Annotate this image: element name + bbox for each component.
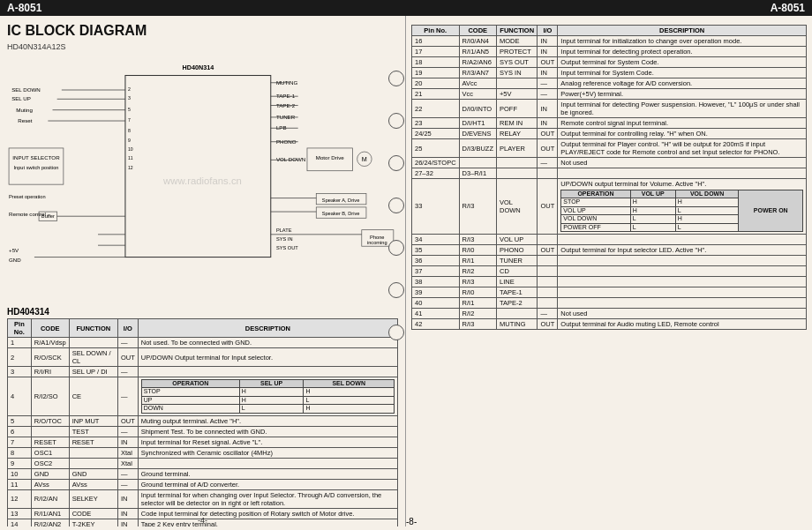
subtitle: HD40N314A12S [7, 42, 398, 51]
svg-text:SYS OUT: SYS OUT [276, 245, 298, 250]
top-bar: A-8051 A-8051 [0, 0, 812, 16]
left-table-model: HD404314 [7, 307, 398, 317]
table-row: 21 Vcc +5V — Power(+5V) terminal. [412, 89, 807, 100]
svg-text:MUTING: MUTING [276, 79, 298, 86]
col-code: CODE [31, 319, 69, 338]
svg-text:8: 8 [128, 128, 131, 133]
table-row: 7 RESET RESET IN Input terminal for Rese… [8, 437, 398, 447]
svg-text:www.radiofans.cn: www.radiofans.cn [162, 175, 242, 186]
r-col-function: FUNCTION [496, 26, 538, 36]
svg-text:SEL DOWN: SEL DOWN [11, 86, 41, 93]
table-row: 2 R/O/SCK SEL DOWN / CL OUT UP/DOWN Outp… [8, 348, 398, 367]
svg-text:TAPE-2: TAPE-2 [276, 102, 296, 108]
table-row: 12 R/I2/AN SELKEY IN Input terminal for … [8, 489, 398, 508]
table-row: 41 R/I2 — Not used [412, 308, 807, 318]
svg-text:Motor Drive: Motor Drive [316, 154, 344, 160]
table-row: 39 R/I0 TAPE-1 [412, 287, 807, 297]
svg-text:SYS IN: SYS IN [276, 236, 293, 242]
col-desc: DESCRIPTION [138, 319, 397, 338]
table-row: 11 AVss AVss — Ground terminal of A/D co… [8, 479, 398, 489]
r-col-desc: DESCRIPTION [558, 26, 807, 36]
svg-text:VOL DOWN: VOL DOWN [276, 156, 305, 162]
left-table: Pin No. CODE FUNCTION I/O DESCRIPTION 1 … [7, 318, 398, 526]
table-row: 25 D/I3/BUZZ PLAYER OUT Output terminal … [412, 139, 807, 158]
table-row: 16 R/I0/AN4 MODE IN Input terminal for i… [412, 36, 807, 47]
table-row: 5 R/O/TOC INP MUT OUT Muting output term… [8, 415, 398, 426]
svg-text:PHONO: PHONO [276, 138, 297, 145]
table-row: 20 AVcc — Analog reference voltage for A… [412, 78, 807, 89]
svg-text:10: 10 [128, 146, 133, 152]
svg-text:Reset: Reset [18, 117, 32, 123]
table-row: 1 R/A1/Vdsp — Not used. To be connected … [8, 338, 398, 348]
col-pin: Pin No. [8, 319, 32, 338]
center-connectors [388, 71, 404, 340]
table-row: 42 R/I3 MUTING OUT Output terminal for A… [412, 318, 807, 329]
svg-text:Speaker B, Drive: Speaker B, Drive [322, 211, 360, 216]
table-row: 36 R/I1 TUNER [412, 255, 807, 265]
svg-text:Input switch position: Input switch position [13, 165, 58, 170]
svg-text:Buffer: Buffer [41, 213, 55, 219]
table-row: 35 R/I0 PHONO OUT Output terminal for In… [412, 244, 807, 255]
left-table-section: HD404314 Pin No. CODE FUNCTION I/O DESCR… [7, 307, 398, 526]
table-row: 33 R/I3 VOL DOWN OUT UP/DOWN output term… [412, 179, 807, 235]
table-row: 4 R/I2/SO CE — OPERATIONSEL UPSEL DOWN S… [8, 377, 398, 416]
svg-text:M: M [362, 155, 367, 163]
connector-4 [388, 198, 404, 213]
svg-text:Preset operation: Preset operation [9, 194, 46, 199]
table-row: 38 R/I3 LINE [412, 276, 807, 287]
table-row: 9 OSC2 Xtal [8, 458, 398, 468]
table-row: 3 R/I/RI SEL UP / DI — [8, 367, 398, 377]
main-content: IC BLOCK DIAGRAM HD40N314A12S www.radiof… [0, 16, 812, 526]
svg-text:2: 2 [128, 86, 131, 92]
connector-5 [388, 240, 404, 256]
right-page-number: -8- [406, 517, 417, 526]
r-col-pin: Pin No. [412, 26, 460, 36]
r-col-io: I/O [538, 26, 558, 36]
table-row: 22 D/I0/INTO POFF IN Input terminal for … [412, 100, 807, 118]
table-row: 19 R/I3/AN7 SYS IN IN Input terminal for… [412, 68, 807, 78]
svg-text:9: 9 [128, 138, 131, 143]
table-row: 26/24/STOPC — Not used [412, 158, 807, 168]
connector-6 [388, 282, 404, 298]
table-row: 8 OSC1 Xtal Synchronized with Ceramic os… [8, 447, 398, 458]
svg-text:5: 5 [128, 107, 131, 112]
table-row: 40 R/I1 TAPE-2 [412, 297, 807, 308]
connector-1 [388, 71, 404, 86]
vol-inner-table: OPERATIONVOL UPVOL DOWNPOWER ON STOPHH V… [560, 190, 803, 232]
svg-text:11: 11 [128, 155, 133, 160]
svg-text:PLATE: PLATE [276, 228, 292, 233]
col-io: I/O [117, 319, 138, 338]
svg-text:TUNER: TUNER [276, 114, 296, 120]
table-row: 24/25 D/EVENS RELAY OUT Output terminal … [412, 129, 807, 139]
table-row: 10 GND GND — Ground terminal. [8, 468, 398, 479]
sel-inner-table: OPERATIONSEL UPSEL DOWN STOPHH UPHL DOWN… [141, 379, 395, 414]
connector-3 [388, 155, 404, 171]
connector-7 [388, 325, 404, 340]
diagram-area: www.radiofans.cn HD40N314 SEL DOWN SEL U… [7, 56, 398, 303]
svg-text:INPUT SELECTOR: INPUT SELECTOR [12, 154, 60, 160]
top-bar-left: A-8051 [7, 2, 41, 14]
connector-2 [388, 113, 404, 129]
svg-text:HD40N314: HD40N314 [183, 63, 214, 71]
table-row: 23 D/I/HT1 REM IN IN Remote control sign… [412, 118, 807, 129]
table-row: 17 R/I1/AN5 PROTECT IN Input terminal fo… [412, 47, 807, 57]
table-row: 34 R/I3 VOL UP [412, 234, 807, 244]
right-table: Pin No. CODE FUNCTION I/O DESCRIPTION 16… [411, 25, 807, 330]
svg-text:LPB: LPB [276, 124, 287, 131]
r-col-code: CODE [459, 26, 496, 36]
table-row: 18 R/A2/AN6 SYS OUT OUT Output terminal … [412, 57, 807, 68]
svg-text:TAPE-1: TAPE-1 [276, 93, 296, 99]
svg-text:SEL UP: SEL UP [11, 95, 31, 101]
svg-text:Muting: Muting [16, 107, 33, 113]
svg-text:+5V: +5V [9, 247, 19, 253]
page-title: IC BLOCK DIAGRAM [7, 23, 398, 39]
svg-text:Phone: Phone [370, 235, 384, 240]
svg-text:12: 12 [128, 165, 133, 170]
svg-text:GND: GND [9, 257, 21, 263]
svg-text:Speaker A, Drive: Speaker A, Drive [322, 198, 359, 203]
col-function: FUNCTION [69, 319, 117, 338]
left-page-number: -4- [198, 516, 207, 525]
svg-text:7: 7 [128, 117, 131, 123]
table-row: 27–32 D3–R/I1 [412, 168, 807, 179]
right-panel: Pin No. CODE FUNCTION I/O DESCRIPTION 16… [406, 16, 812, 526]
